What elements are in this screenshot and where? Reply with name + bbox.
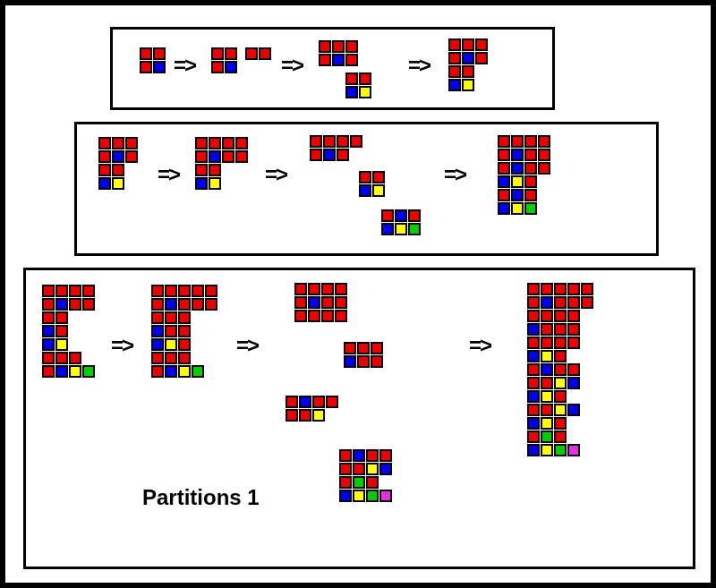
arrow: => [469, 333, 490, 358]
diagram-frame: => => => [0, 0, 716, 588]
panel-3: => => [23, 268, 695, 569]
p3-s2 [151, 285, 217, 379]
p1-stage2b [245, 47, 271, 61]
arrow: => [111, 333, 132, 358]
arrow: => [174, 53, 195, 78]
p1-stage1 [140, 47, 166, 74]
panel-2: => => => [74, 122, 659, 256]
p1-stage2 [211, 47, 237, 74]
arrow: => [158, 162, 179, 187]
p3-s3d [339, 449, 392, 503]
p3-s3a [294, 283, 347, 323]
p2-s1 [98, 137, 138, 191]
p2-s4 [498, 135, 550, 216]
p2-s2 [195, 137, 248, 191]
panel-1: => => => [110, 27, 555, 110]
p1-stage3b [345, 72, 371, 99]
arrow: => [265, 162, 286, 187]
p2-s3b [359, 171, 385, 198]
arrow: => [281, 53, 303, 78]
p3-s1 [42, 285, 95, 379]
arrow: => [408, 53, 430, 78]
arrow: => [444, 162, 465, 187]
arrow: => [236, 333, 258, 358]
p1-stage3a [319, 40, 358, 67]
p2-s3a [310, 135, 362, 162]
caption: Partitions 1 [142, 485, 260, 510]
p3-s3b [344, 342, 383, 369]
p3-s4 [527, 283, 593, 457]
p3-s3c [286, 396, 338, 422]
p2-s3c [381, 209, 421, 236]
p1-stage4 [448, 38, 488, 92]
